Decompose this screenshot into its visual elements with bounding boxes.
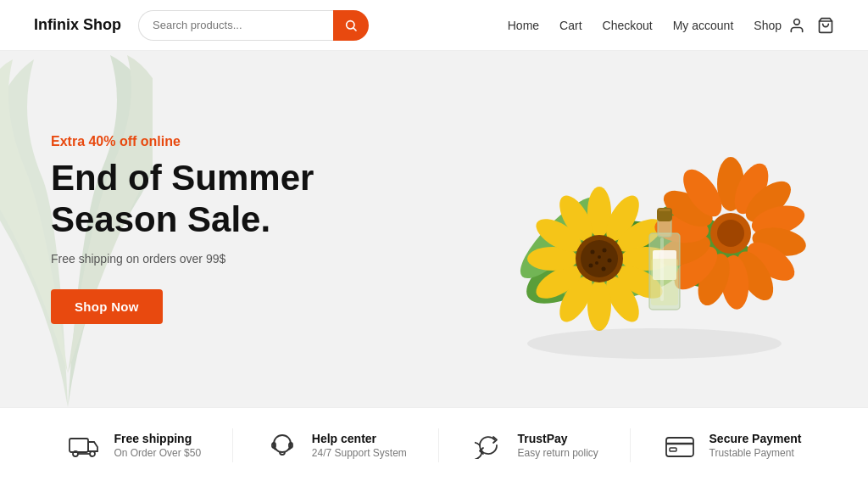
feature-help-center: Help center 24/7 Support System [264,432,407,459]
shop-now-button[interactable]: Shop Now [51,289,163,324]
svg-point-45 [717,220,744,247]
feature-trustpay-title: TrustPay [518,432,598,445]
search-form [138,10,376,41]
search-icon [344,19,358,32]
truck-icon [66,433,102,457]
main-nav: Home Cart Checkout My account Shop [508,19,782,32]
nav-home[interactable]: Home [508,19,539,32]
feature-secure-payment-subtitle: Trustable Payment [709,447,802,459]
nav-cart[interactable]: Cart [559,19,581,32]
hero-subtitle-suffix: off online [116,134,181,148]
svg-rect-49 [659,209,670,211]
svg-point-23 [591,250,595,254]
svg-rect-51 [651,259,678,305]
divider-3 [630,428,631,462]
hero-shipping-text: Free shipping on orders over 99$ [51,252,314,266]
site-header: Infinix Shop Home Cart Checkout My accou… [0,0,868,51]
refresh-icon [470,432,506,459]
features-bar: Free shipping On Order Over $50 Help cen… [0,407,868,483]
hero-content: Extra 40% off online End of Summer Seaso… [0,134,314,324]
search-button[interactable] [333,10,369,41]
feature-secure-payment-title: Secure Payment [709,432,802,445]
headset-icon [264,432,300,459]
nav-icons [788,17,834,34]
hero-subtitle-prefix: Extra [51,134,88,148]
svg-point-53 [527,328,782,359]
feature-trustpay: TrustPay Easy return policy [470,432,598,459]
feature-secure-payment-text: Secure Payment Trustable Payment [709,432,802,459]
user-icon-button[interactable] [788,17,805,34]
svg-line-1 [353,28,356,31]
nav-checkout[interactable]: Checkout [603,19,653,32]
hero-title-line1: End of Summer [51,158,314,198]
svg-point-27 [589,264,593,268]
svg-rect-63 [670,448,676,451]
svg-point-56 [90,451,95,456]
search-input[interactable] [138,10,333,41]
feature-help-center-subtitle: 24/7 Support System [312,447,407,459]
svg-rect-54 [70,439,88,452]
card-icon [662,433,698,457]
hero-image [391,51,868,407]
feature-free-shipping: Free shipping On Order Over $50 [66,432,201,459]
nav-my-account[interactable]: My account [673,19,734,32]
feature-trustpay-text: TrustPay Easy return policy [518,432,598,459]
feature-trustpay-subtitle: Easy return policy [518,447,598,459]
hero-section: Extra 40% off online End of Summer Seaso… [0,51,868,407]
hero-subtitle: Extra 40% off online [51,134,314,149]
svg-point-25 [608,259,612,263]
feature-free-shipping-title: Free shipping [114,432,201,445]
svg-point-28 [595,261,598,265]
feature-free-shipping-subtitle: On Order Over $50 [114,447,201,459]
site-logo: Infinix Shop [34,16,121,34]
svg-point-26 [602,267,606,271]
feature-secure-payment: Secure Payment Trustable Payment [662,432,802,459]
svg-point-2 [794,19,800,25]
cart-icon-button[interactable] [817,17,834,34]
feature-help-center-title: Help center [312,432,407,445]
svg-point-24 [603,249,607,253]
nav-shop[interactable]: Shop [754,19,782,32]
feature-free-shipping-text: Free shipping On Order Over $50 [114,432,201,459]
feature-help-center-text: Help center 24/7 Support System [312,432,407,459]
hero-title: End of Summer Season Sale. [51,158,314,240]
cart-icon [817,17,834,34]
svg-rect-61 [666,438,693,456]
hero-title-line2: Season Sale. [51,199,270,239]
hero-discount: 40% [88,134,115,148]
floral-scene [451,93,807,365]
divider-2 [438,428,439,462]
svg-point-29 [598,255,601,259]
svg-rect-52 [660,238,664,301]
divider-1 [232,428,233,462]
user-icon [788,17,805,34]
